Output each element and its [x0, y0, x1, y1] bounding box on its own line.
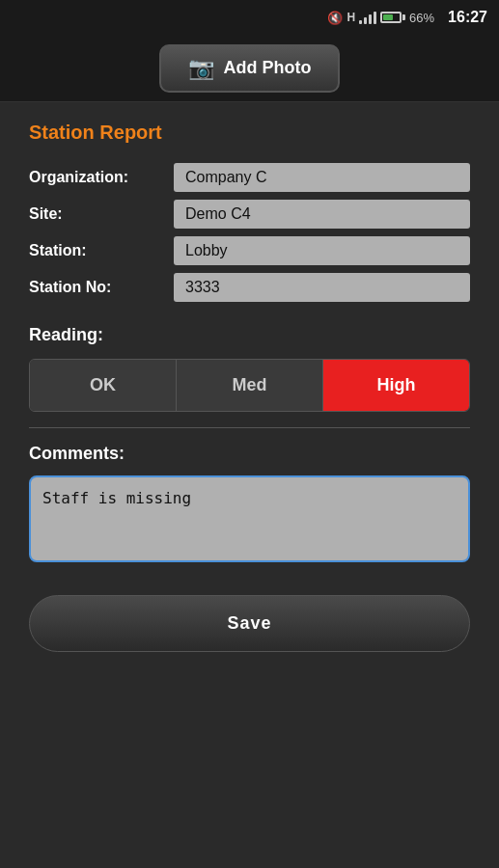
- comments-label: Comments:: [29, 444, 470, 464]
- top-bar: 📷 Add Photo: [0, 35, 499, 102]
- reading-divider: [29, 427, 470, 428]
- save-button[interactable]: Save: [29, 595, 470, 652]
- main-content: Station Report Organization: Company C S…: [0, 102, 499, 671]
- organization-label: Organization:: [29, 169, 174, 186]
- reading-med-button[interactable]: Med: [177, 360, 323, 411]
- section-title: Station Report: [29, 122, 470, 144]
- station-no-value: 3333: [174, 273, 470, 302]
- organization-row: Organization: Company C: [29, 163, 470, 192]
- signal-bars-icon: [359, 11, 376, 24]
- site-value: Demo C4: [174, 200, 470, 229]
- station-label: Station:: [29, 242, 174, 259]
- reading-buttons: OK Med High: [29, 359, 470, 412]
- mute-icon: 🔇: [327, 11, 343, 25]
- status-time: 16:27: [448, 9, 487, 26]
- network-type-icon: H: [347, 11, 355, 24]
- station-value: Lobby: [174, 236, 470, 265]
- site-label: Site:: [29, 205, 174, 223]
- reading-label: Reading:: [29, 325, 470, 345]
- add-photo-label: Add Photo: [224, 58, 312, 78]
- station-no-row: Station No: 3333: [29, 273, 470, 302]
- status-icons: 🔇 H 66%: [327, 11, 434, 25]
- reading-high-button[interactable]: High: [323, 360, 469, 411]
- organization-value: Company C: [174, 163, 470, 192]
- add-photo-button[interactable]: 📷 Add Photo: [159, 44, 341, 93]
- camera-icon: 📷: [188, 56, 214, 81]
- battery-percentage: 66%: [409, 11, 434, 25]
- station-no-label: Station No:: [29, 279, 174, 296]
- status-bar: 🔇 H 66% 16:27: [0, 0, 499, 35]
- comments-input[interactable]: Staff is missing: [29, 475, 470, 562]
- station-row: Station: Lobby: [29, 236, 470, 265]
- reading-ok-button[interactable]: OK: [30, 360, 177, 411]
- site-row: Site: Demo C4: [29, 200, 470, 229]
- info-table: Organization: Company C Site: Demo C4 St…: [29, 163, 470, 302]
- battery-icon: [380, 12, 405, 23]
